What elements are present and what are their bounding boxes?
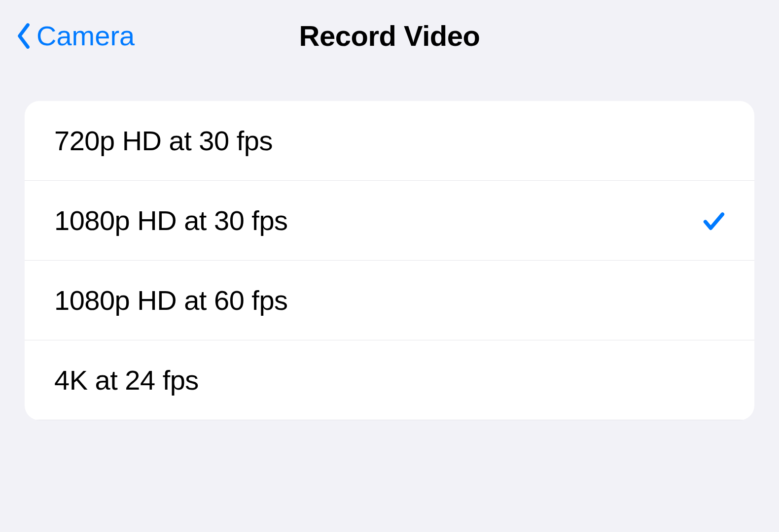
page-title: Record Video	[299, 19, 480, 52]
nav-header: Camera Record Video	[0, 0, 779, 71]
list-item-label: 4K at 24 fps	[54, 364, 199, 396]
list-item-label: 1080p HD at 30 fps	[54, 204, 288, 236]
list-item-label: 720p HD at 30 fps	[54, 125, 273, 157]
option-720p-30[interactable]: 720p HD at 30 fps	[25, 101, 754, 181]
chevron-left-icon	[15, 22, 33, 50]
option-1080p-60[interactable]: 1080p HD at 60 fps	[25, 261, 754, 340]
checkmark-icon	[701, 208, 727, 233]
list-item-label: 1080p HD at 60 fps	[54, 284, 288, 316]
back-button[interactable]: Camera	[15, 20, 135, 52]
back-label: Camera	[36, 20, 135, 52]
option-1080p-30[interactable]: 1080p HD at 30 fps	[25, 181, 754, 261]
options-list: 720p HD at 30 fps 1080p HD at 30 fps 108…	[25, 101, 754, 420]
option-4k-24[interactable]: 4K at 24 fps	[25, 340, 754, 420]
